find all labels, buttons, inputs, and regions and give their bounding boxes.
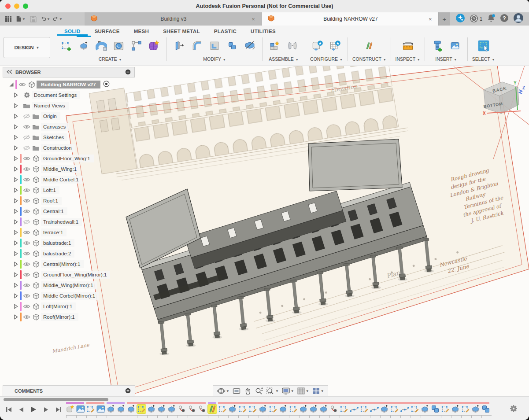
timeline-feature-extrude-icon[interactable]	[451, 405, 460, 413]
expand-triangle-icon[interactable]	[12, 209, 19, 214]
timeline-feature-extrude-icon[interactable]	[279, 405, 288, 413]
browser-item-label[interactable]: Loft:1	[41, 186, 59, 194]
config-table-icon[interactable]	[327, 38, 343, 54]
collapse-panel-icon[interactable]	[7, 70, 12, 75]
visibility-eye-icon[interactable]	[22, 198, 31, 204]
browser-item-label[interactable]: balustrade:1	[41, 239, 74, 247]
visibility-eye-off-icon[interactable]	[22, 145, 31, 151]
timeline-feature-joint-icon[interactable]	[198, 405, 207, 413]
visibility-eye-off-icon[interactable]	[22, 134, 31, 140]
browser-item-label[interactable]: Middle_Wing(Mirror):1	[41, 281, 97, 289]
browser-item-terrace-1[interactable]: terrace:1	[3, 227, 135, 238]
minimize-browser-icon[interactable]	[125, 69, 131, 76]
expand-triangle-icon[interactable]	[12, 92, 19, 98]
timeline-feature-plane-icon[interactable]	[208, 405, 217, 413]
browser-item-label[interactable]: terrace:1	[41, 228, 67, 236]
visibility-eye-icon[interactable]	[22, 303, 31, 309]
extrude-icon[interactable]	[76, 38, 92, 54]
hole-icon[interactable]	[111, 38, 127, 54]
browser-item-named-views[interactable]: Named Views	[3, 100, 135, 111]
expand-triangle-icon[interactable]	[12, 293, 19, 298]
timeline-feature-extrude-icon[interactable]	[117, 405, 126, 413]
save-icon[interactable]	[28, 14, 38, 24]
timeline-feature-component-icon[interactable]	[66, 405, 75, 413]
expand-triangle-icon[interactable]	[12, 124, 19, 129]
browser-item-label[interactable]: Sketches	[41, 133, 67, 141]
timeline-feature-extrude-icon[interactable]	[421, 405, 429, 413]
display-icon[interactable]: ▼	[281, 387, 295, 395]
root-component-label[interactable]: Building NARROW v27	[37, 81, 100, 88]
browser-item-middle-wing-mirror-1[interactable]: Middle_Wing(Mirror):1	[3, 280, 135, 291]
timeline-step-forward-button[interactable]	[41, 404, 51, 415]
timeline-play-button[interactable]	[28, 404, 39, 415]
timeline-feature-extrude-icon[interactable]	[167, 405, 176, 413]
close-tab-icon[interactable]: ×	[250, 16, 257, 22]
visibility-eye-icon[interactable]	[22, 208, 31, 214]
new-component-icon[interactable]	[267, 38, 283, 54]
measure-icon[interactable]	[400, 38, 416, 54]
browser-item-balustrade-1[interactable]: balustrade:1	[3, 238, 135, 248]
shell-icon[interactable]	[207, 38, 222, 54]
browser-item-label[interactable]: Trainshedwall:1	[41, 218, 82, 226]
expand-triangle-icon[interactable]	[12, 103, 19, 108]
browser-item-middle-corbel-1[interactable]: Middle Corbel:1	[3, 174, 135, 185]
combine-icon[interactable]	[224, 38, 240, 54]
browser-root-component[interactable]: Building NARROW v27	[3, 79, 135, 90]
browser-item-construction[interactable]: Construction	[3, 143, 135, 153]
timeline-feature-joint-icon[interactable]	[329, 405, 338, 413]
timeline-feature-extrude-icon[interactable]	[309, 405, 318, 413]
browser-item-label[interactable]: Central(Mirror):1	[41, 260, 84, 268]
timeline-feature-sketch-icon[interactable]	[340, 405, 348, 413]
fillet-icon[interactable]	[189, 38, 205, 54]
expand-triangle-icon[interactable]	[12, 283, 19, 288]
timeline-feature-spline-icon[interactable]	[400, 405, 409, 413]
timeline-feature-sketch-icon[interactable]	[269, 405, 277, 413]
ribbon-tab-utilities[interactable]: UTILITIES	[244, 27, 283, 36]
ribbon-tab-surface[interactable]: SURFACE	[88, 27, 127, 36]
ribbon-group-label[interactable]: CONFIGURE	[310, 56, 338, 62]
expand-triangle-icon[interactable]	[12, 114, 19, 119]
expand-triangle-icon[interactable]	[12, 135, 19, 140]
browser-item-label[interactable]: Middle Corbel(Mirror):1	[41, 292, 99, 300]
expand-triangle-icon[interactable]	[12, 314, 19, 320]
timeline-feature-sketch-icon[interactable]	[289, 405, 298, 413]
job-status-icon[interactable]	[470, 14, 478, 24]
timeline-skip-start-button[interactable]	[4, 404, 14, 415]
visibility-eye-icon[interactable]	[22, 166, 31, 172]
visibility-eye-icon[interactable]	[22, 314, 31, 320]
timeline-feature-extrude-icon[interactable]	[107, 405, 115, 413]
browser-item-balustrade-2[interactable]: balustrade:2	[3, 248, 135, 259]
browser-item-label[interactable]: Middle Corbel:1	[41, 176, 82, 184]
expand-triangle-icon[interactable]	[12, 240, 19, 246]
timeline-ruler[interactable]	[66, 415, 492, 418]
timeline-feature-sketch-icon[interactable]	[238, 405, 247, 413]
browser-item-trainshedwall-1[interactable]: Trainshedwall:1	[3, 217, 135, 227]
file-menu-icon[interactable]: ▼	[16, 14, 26, 24]
redo-icon[interactable]: ▼	[53, 14, 63, 24]
timeline-feature-extrude-icon[interactable]	[147, 405, 156, 413]
revolve-icon[interactable]	[93, 38, 109, 54]
ribbon-tab-sheet-metal[interactable]: SHEET METAL	[156, 27, 207, 36]
ribbon-group-label[interactable]: ASSEMBLE	[269, 56, 294, 62]
browser-item-canvases[interactable]: Canvases	[3, 122, 135, 132]
split-body-icon[interactable]	[242, 38, 258, 54]
timeline-feature-sketch-icon[interactable]	[360, 405, 369, 413]
visibility-eye-icon[interactable]	[22, 240, 31, 246]
timeline-settings-gear-icon[interactable]	[510, 405, 518, 414]
browser-item-middle-corbel-mirror-1[interactable]: Middle Corbel(Mirror):1	[3, 291, 135, 301]
timeline-feature-spline-icon[interactable]	[350, 405, 359, 413]
help-icon[interactable]: ?	[500, 14, 509, 24]
timeline-feature-extrude-icon[interactable]	[259, 405, 267, 413]
browser-item-middle-wing-1[interactable]: Middle_Wing:1	[3, 164, 135, 174]
timeline-feature-canvas-icon[interactable]	[76, 405, 85, 413]
create-sketch-icon[interactable]	[58, 38, 74, 54]
orbit-icon[interactable]: ▼	[216, 387, 230, 395]
expand-triangle-icon[interactable]	[12, 198, 19, 203]
browser-item-loft-mirror-1[interactable]: Loft(Mirror):1	[3, 301, 135, 312]
visibility-eye-icon[interactable]	[22, 177, 31, 183]
grid-icon[interactable]: ▼	[296, 387, 310, 395]
browser-item-label[interactable]: Origin	[41, 112, 60, 120]
select-icon[interactable]	[476, 38, 492, 54]
browser-item-label[interactable]: Canvases	[41, 123, 69, 131]
timeline-feature-sketch-icon[interactable]	[390, 405, 399, 413]
